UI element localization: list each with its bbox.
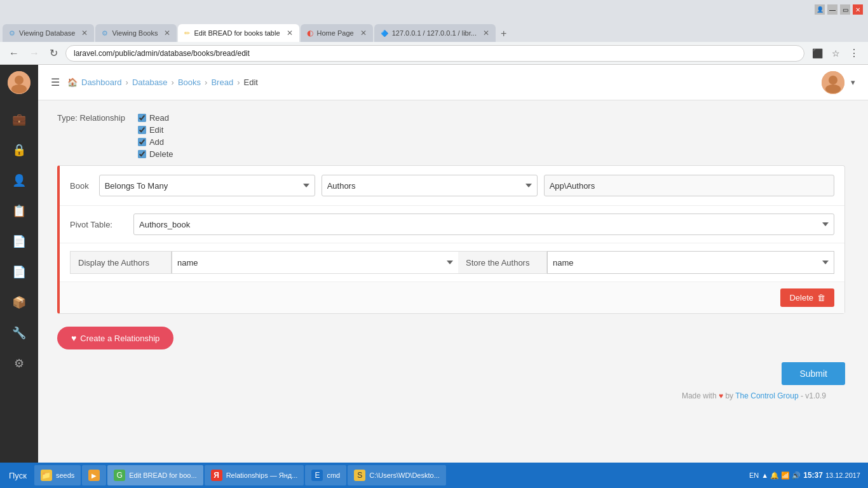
user-icon-btn[interactable]: 👤	[815, 4, 825, 15]
tab-icon-5: 🔷	[381, 30, 388, 37]
tab-close-5[interactable]: ✕	[483, 29, 489, 37]
bookmark-btn[interactable]: ☆	[829, 46, 843, 60]
relationship-type-select[interactable]: Belongs To Many Has One Has Many Belongs…	[99, 175, 315, 196]
title-bar: 👤 — ▭ ✕	[0, 0, 868, 19]
footer-link[interactable]: The Control Group	[735, 391, 798, 400]
relationship-card: Book Belongs To Many Has One Has Many Be…	[57, 165, 845, 314]
hamburger-icon[interactable]: ☰	[51, 76, 60, 88]
package-icon: 📦	[12, 295, 26, 309]
checkbox-delete[interactable]: Delete	[138, 149, 173, 159]
sidebar-item-document2[interactable]: 📄	[5, 258, 33, 286]
svg-point-1	[15, 76, 24, 85]
menu-btn[interactable]: ⋮	[846, 46, 862, 60]
sidebar-item-tools[interactable]: 🔧	[5, 319, 33, 347]
taskbar-yandex[interactable]: Я Relationships — Янд...	[205, 465, 304, 485]
header-right: ▾	[822, 71, 855, 94]
checkbox-read-input[interactable]	[138, 114, 146, 122]
tab-edit-bread[interactable]: ✏ Edit BREAD for books table ✕	[178, 24, 299, 42]
tab-phpmyadmin[interactable]: 🔷 127.0.0.1 / 127.0.0.1 / libr... ✕	[374, 24, 496, 42]
taskbar-yandex-label: Relationships — Янд...	[226, 471, 298, 479]
checkbox-edit[interactable]: Edit	[138, 125, 173, 135]
taskbar: Пуск 📁 seeds ▶ G Edit BREAD for boo... Я…	[0, 463, 868, 488]
breadcrumb-bread[interactable]: Bread	[211, 78, 233, 87]
document2-icon: 📄	[12, 265, 26, 279]
checkbox-edit-input[interactable]	[138, 126, 146, 134]
caret-down-icon[interactable]: ▾	[851, 78, 855, 87]
sidebar-avatar[interactable]	[8, 71, 31, 94]
breadcrumb-books[interactable]: Books	[178, 78, 201, 87]
related-table-select[interactable]: Authors	[322, 175, 538, 196]
minimize-btn[interactable]: —	[827, 4, 837, 15]
lock-icon: 🔒	[12, 143, 26, 157]
sidebar-item-briefcase[interactable]: 💼	[5, 105, 33, 133]
tools-icon: 🔧	[12, 326, 26, 340]
address-actions: ⬛ ☆ ⋮	[810, 46, 862, 60]
screenshot-btn[interactable]: ⬛	[810, 46, 825, 60]
store-select[interactable]: name id email	[547, 251, 834, 274]
create-relationship-button[interactable]: ♥ Create a Relationship	[57, 327, 173, 349]
restore-btn[interactable]: ▭	[840, 4, 850, 15]
tab-close-2[interactable]: ✕	[164, 29, 170, 37]
tab-close-4[interactable]: ✕	[360, 29, 367, 37]
breadcrumb-dashboard[interactable]: Dashboard	[81, 78, 122, 87]
page-scroll[interactable]: Type: Relationship Read Edit	[38, 100, 868, 463]
header-avatar[interactable]	[822, 71, 844, 94]
sidebar-item-lock[interactable]: 🔒	[5, 136, 33, 164]
document1-icon: 📄	[12, 234, 26, 248]
back-btn[interactable]: ←	[6, 46, 22, 60]
folder-icon: 📁	[41, 470, 52, 481]
window-controls[interactable]: 👤 — ▭ ✕	[815, 4, 863, 15]
delete-label: Delete	[789, 293, 813, 302]
delete-button[interactable]: Delete 🗑	[780, 288, 834, 307]
model-input[interactable]	[544, 175, 834, 196]
taskbar-media[interactable]: ▶	[82, 465, 106, 485]
footer-text2: by	[725, 391, 733, 400]
submit-row: Submit	[57, 362, 845, 385]
start-button[interactable]: Пуск	[3, 468, 33, 483]
submit-button[interactable]: Submit	[782, 362, 845, 385]
sidebar-item-gear[interactable]: ⚙	[5, 349, 33, 377]
play-icon: ▶	[88, 470, 100, 481]
checkbox-add[interactable]: Add	[138, 137, 173, 147]
cmd-icon: E	[311, 470, 323, 481]
tab-close-3[interactable]: ✕	[287, 29, 293, 37]
checkboxes: Read Edit Add	[138, 113, 173, 159]
address-input[interactable]	[65, 45, 804, 62]
sidebar-item-document1[interactable]: 📄	[5, 227, 33, 255]
footer-heart-icon: ♥	[719, 391, 725, 400]
breadcrumb-sep3: ›	[205, 78, 207, 87]
tab-viewing-database[interactable]: ⚙ Viewing Database ✕	[3, 24, 94, 42]
book-label: Book	[70, 181, 89, 191]
breadcrumb-database[interactable]: Database	[132, 78, 168, 87]
forward-btn[interactable]: →	[27, 46, 42, 60]
taskbar-edit-bread[interactable]: G Edit BREAD for boo...	[107, 465, 203, 485]
checkbox-read[interactable]: Read	[138, 113, 173, 123]
pivot-select[interactable]: Authors_book	[133, 214, 834, 235]
checkbox-read-label: Read	[149, 113, 169, 123]
footer-version-text: v1.0.9	[805, 391, 826, 400]
sidebar-item-clipboard[interactable]: 📋	[5, 197, 33, 225]
sidebar-item-user[interactable]: 👤	[5, 166, 33, 194]
pivot-label: Pivot Table:	[70, 220, 127, 229]
reload-btn[interactable]: ↻	[47, 46, 60, 60]
close-btn[interactable]: ✕	[853, 4, 863, 15]
taskbar-cmd[interactable]: E cmd	[305, 465, 346, 485]
checkbox-add-input[interactable]	[138, 138, 146, 146]
chrome-icon: G	[114, 470, 125, 481]
tab-close-1[interactable]: ✕	[81, 29, 88, 37]
sidebar-item-package[interactable]: 📦	[5, 288, 33, 316]
new-tab-btn[interactable]: +	[497, 25, 510, 42]
tab-viewing-books[interactable]: ⚙ Viewing Books ✕	[95, 24, 177, 42]
taskbar-sublime[interactable]: S C:\Users\WD\Deskto...	[348, 465, 446, 485]
lang-label: EN	[749, 471, 759, 479]
checkbox-edit-label: Edit	[149, 125, 163, 135]
taskbar-seeds[interactable]: 📁 seeds	[34, 465, 81, 485]
tab-label-1: Viewing Database	[19, 29, 75, 37]
checkbox-delete-input[interactable]	[138, 150, 146, 158]
display-select[interactable]: name id email	[172, 251, 458, 274]
trash-icon: 🗑	[817, 293, 825, 302]
address-bar: ← → ↻ ⬛ ☆ ⋮	[0, 42, 868, 65]
home-icon: 🏠	[67, 78, 78, 87]
tab-home-page[interactable]: ◐ Home Page ✕	[301, 24, 373, 42]
taskbar-seeds-label: seeds	[56, 471, 74, 479]
